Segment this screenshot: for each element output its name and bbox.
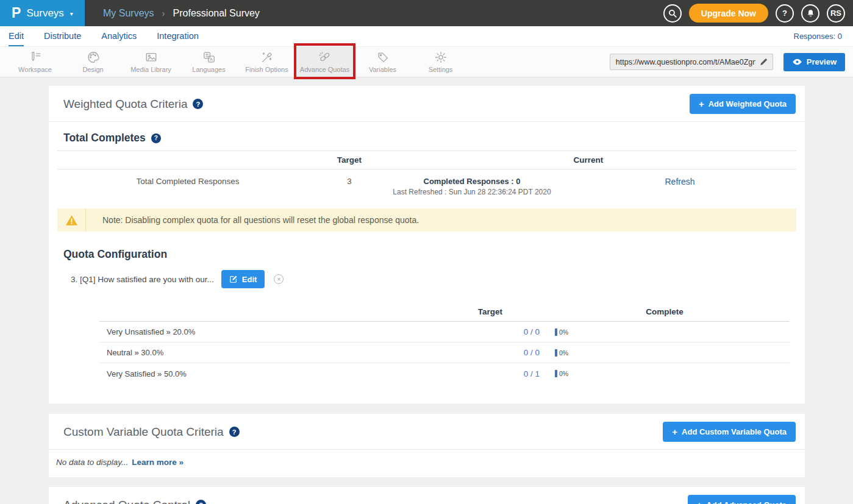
settings-gear-icon [434, 51, 448, 64]
tab-integration-label: Integration [157, 31, 199, 41]
tab-analytics-label: Analytics [101, 31, 137, 41]
preview-button[interactable]: Preview [783, 53, 845, 71]
quota-table: Target Complete Very Unsatisfied » 20.0%… [99, 303, 790, 384]
variables-tag-icon [376, 51, 390, 64]
progress-bar [555, 328, 557, 336]
notifications-button[interactable] [801, 4, 819, 23]
help-button[interactable]: ? [776, 4, 794, 23]
product-name: Surveys [26, 7, 63, 20]
remove-quota-icon[interactable]: × [274, 274, 284, 284]
main-tabs: Edit Distribute Analytics Integration Re… [0, 26, 853, 46]
add-custom-variable-quota-label: Add Custom Variable Quota [682, 427, 787, 436]
add-weighted-quota-button[interactable]: + Add Weighted Quota [690, 94, 796, 114]
weighted-quota-header: Weighted Quota Criteria ? + Add Weighted… [49, 86, 805, 121]
learn-more-link[interactable]: Learn more » [132, 458, 184, 467]
advanced-quota-header: Advanced Quota Control ? + Add Advanced … [49, 487, 805, 504]
progress-percent: 0% [559, 370, 568, 377]
divider [49, 449, 805, 450]
weighted-quota-card: Weighted Quota Criteria ? + Add Weighted… [49, 86, 805, 403]
help-icon[interactable]: ? [196, 500, 206, 504]
target-column-header: Target [441, 303, 540, 321]
quota-row-complete: 0% [540, 328, 790, 336]
advance-quotas-chain-icon [318, 51, 332, 64]
quota-configuration-title: Quota Configuration [63, 248, 796, 261]
total-completes-header-row: Target Current [57, 151, 796, 169]
custom-variable-quota-title-text: Custom Variable Quota Criteria [63, 425, 224, 439]
toolbar-item-media-library[interactable]: Media Library [122, 47, 180, 77]
plus-icon: + [697, 500, 702, 504]
progress-percent: 0% [559, 349, 568, 357]
refresh-link[interactable]: Refresh [563, 169, 796, 199]
help-icon[interactable]: ? [151, 133, 161, 143]
toolbar-item-settings[interactable]: Settings [412, 47, 469, 77]
edit-quota-button[interactable]: Edit [221, 270, 265, 288]
quota-row-target: 0 / 0 [441, 327, 540, 336]
breadcrumb: My Surveys › Professional Survey [103, 8, 260, 19]
toolbar-item-label: Settings [429, 66, 453, 73]
custom-variable-quota-card: Custom Variable Quota Criteria ? + Add C… [49, 414, 805, 477]
bell-icon [806, 9, 815, 18]
user-avatar[interactable]: RS [827, 4, 845, 23]
toolbar-item-variables[interactable]: Variables [354, 47, 412, 77]
advanced-quota-title-text: Advanced Quota Control [63, 499, 190, 504]
custom-variable-quota-header: Custom Variable Quota Criteria ? + Add C… [49, 414, 805, 449]
toolbar-item-label: Languages [192, 66, 225, 73]
toolbar-item-finish-options[interactable]: Finish Options [238, 47, 296, 77]
breadcrumb-my-surveys[interactable]: My Surveys [103, 8, 154, 19]
main-content: Weighted Quota Criteria ? + Add Weighted… [0, 77, 853, 504]
total-completes-title: Total Completes ? [63, 132, 796, 144]
toolbar-item-advance-quotas[interactable]: Advance Quotas [296, 47, 354, 77]
tab-analytics[interactable]: Analytics [101, 26, 137, 46]
advanced-quota-title: Advanced Quota Control ? [63, 499, 206, 504]
toolbar-item-label: Design [82, 66, 103, 73]
quota-table-header: Target Complete [99, 303, 790, 322]
progress-bar [555, 349, 557, 357]
progress-percent: 0% [559, 328, 568, 336]
quota-question-text: 3. [Q1] How satisfied are you with our..… [71, 275, 214, 284]
edit-url-pencil-icon[interactable] [759, 57, 768, 66]
chevron-down-icon: ▾ [70, 9, 73, 17]
avatar-initials: RS [830, 9, 841, 18]
toolbar-item-label: Finish Options [245, 66, 288, 73]
toolbar-item-design[interactable]: Design [64, 47, 122, 77]
survey-url-input[interactable] [616, 58, 755, 66]
topbar-actions: Upgrade Now ? RS [663, 4, 853, 23]
preview-button-label: Preview [807, 57, 837, 66]
breadcrumb-separator: › [162, 8, 165, 18]
add-custom-variable-quota-button[interactable]: + Add Custom Variable Quota [663, 422, 796, 442]
search-button[interactable] [663, 4, 682, 23]
custom-variable-quota-title: Custom Variable Quota Criteria ? [63, 425, 240, 439]
quota-row-very-unsatisfied: Very Unsatisfied » 20.0% 0 / 0 0% [99, 322, 790, 343]
add-advanced-quota-button[interactable]: + Add Advanced Quota [688, 495, 796, 504]
questionpro-logo-icon: P [12, 6, 21, 20]
edit-pencil-icon [229, 275, 238, 283]
last-refreshed-timestamp: Last Refreshed : Sun Jun 28 22:36:24 PDT… [380, 188, 563, 196]
note-banner: Note: Disabling complex quota for all qu… [57, 208, 796, 232]
divider [49, 121, 805, 122]
languages-icon [202, 51, 216, 64]
toolbar-item-workspace[interactable]: Workspace [6, 47, 64, 77]
complete-column-header: Complete [540, 303, 790, 321]
completed-responses-value: Completed Responses : 0 [380, 177, 563, 186]
survey-toolbar: Workspace Design Media Library Languages [0, 46, 853, 77]
design-palette-icon [87, 51, 100, 64]
upgrade-now-button[interactable]: Upgrade Now [689, 4, 768, 23]
help-icon[interactable]: ? [193, 99, 203, 109]
tab-distribute[interactable]: Distribute [44, 26, 81, 46]
search-icon [668, 9, 677, 18]
note-text: Note: Disabling complex quota for all qu… [102, 215, 419, 225]
toolbar-item-label: Media Library [130, 66, 171, 73]
app-logo-surveys-menu[interactable]: P Surveys ▾ [0, 0, 85, 26]
toolbar-item-label: Workspace [18, 66, 52, 73]
toolbar-item-languages[interactable]: Languages [180, 47, 238, 77]
total-completes-row: Total Completed Responses 3 Completed Re… [57, 169, 796, 199]
tab-integration[interactable]: Integration [157, 26, 199, 46]
top-navbar: P Surveys ▾ My Surveys › Professional Su… [0, 0, 853, 26]
tab-edit[interactable]: Edit [9, 26, 24, 46]
quota-row-label: Very Satisfied » 50.0% [99, 369, 441, 378]
help-icon[interactable]: ? [229, 427, 240, 437]
quota-row-target: 0 / 0 [441, 348, 540, 357]
tab-distribute-label: Distribute [44, 31, 81, 41]
no-data-text: No data to display... [56, 458, 128, 467]
quota-row-label: Neutral » 30.0% [99, 348, 441, 357]
